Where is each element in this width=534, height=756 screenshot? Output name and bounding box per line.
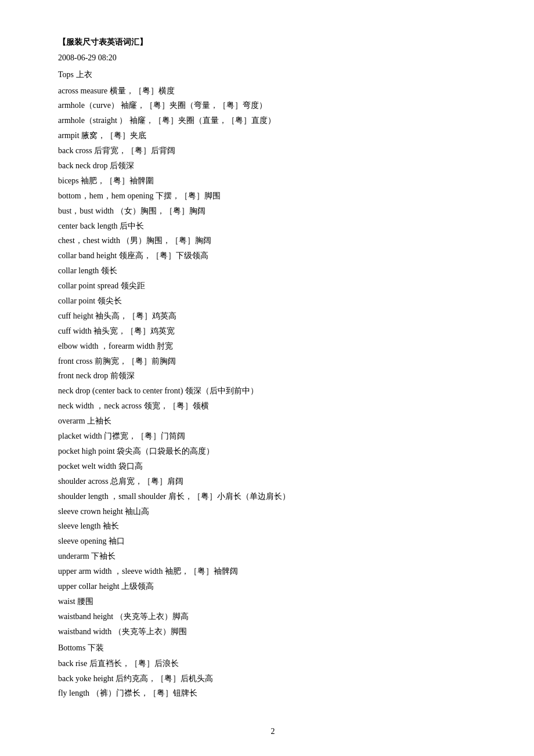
- entry-0-29: sleeve length 袖长: [58, 519, 488, 534]
- entry-0-21: neck width ，neck across 领宽，［粤］领横: [58, 399, 488, 414]
- entry-0-3: armpit 腋窝，［粤］夹底: [58, 128, 488, 143]
- document-date: 2008-06-29 08:20: [58, 50, 488, 65]
- entry-0-20: neck drop (center back to center front) …: [58, 384, 488, 399]
- entry-0-7: bottom，hem，hem opening 下摆，［粤］脚围: [58, 189, 488, 204]
- entry-0-35: waistband height （夹克等上衣）脚高: [58, 609, 488, 624]
- section-header-1: Bottoms 下装: [58, 641, 488, 655]
- entry-0-32: upper arm width ，sleeve width 袖肥，［粤］袖髀阔: [58, 564, 488, 579]
- entry-0-5: back neck drop 后领深: [58, 158, 488, 173]
- entry-0-27: shoulder length ，small shoulder 肩长，［粤］小肩…: [58, 489, 488, 504]
- entry-0-9: center back length 后中长: [58, 219, 488, 234]
- entry-0-16: cuff width 袖头宽，［粤］鸡英宽: [58, 324, 488, 339]
- entry-0-22: overarm 上袖长: [58, 414, 488, 429]
- entry-0-25: pocket welt width 袋口高: [58, 459, 488, 474]
- page-number: 2: [58, 724, 488, 739]
- entry-0-18: front cross 前胸宽，［粤］前胸阔: [58, 354, 488, 369]
- entry-1-0: back rise 后直裆长，［粤］后浪长: [58, 656, 488, 671]
- entry-0-0: across measure 横量，［粤］横度: [58, 84, 488, 99]
- entry-0-28: sleeve crown height 袖山高: [58, 504, 488, 519]
- entry-0-4: back cross 后背宽，［粤］后背阔: [58, 143, 488, 158]
- entry-0-17: elbow width ，forearm width 肘宽: [58, 339, 488, 354]
- section-header-0: Tops 上衣: [58, 67, 488, 82]
- entry-0-11: collar band height 领座高，［粤］下级领高: [58, 248, 488, 263]
- entry-0-31: underarm 下袖长: [58, 549, 488, 564]
- entry-0-24: pocket high point 袋尖高（口袋最长的高度）: [58, 444, 488, 459]
- entry-0-19: front neck drop 前领深: [58, 368, 488, 384]
- document-title: 【服装尺寸表英语词汇】: [58, 35, 488, 49]
- entry-0-8: bust，bust width （女）胸围，［粤］胸阔: [58, 204, 488, 219]
- entry-1-2: fly length （裤）门襟长，［粤］钮牌长: [58, 686, 488, 701]
- entry-0-33: upper collar height 上级领高: [58, 579, 488, 594]
- entry-0-12: collar length 领长: [58, 263, 488, 278]
- entry-0-26: shoulder across 总肩宽，［粤］肩阔: [58, 474, 488, 489]
- entry-0-36: waistband width （夹克等上衣）脚围: [58, 624, 488, 639]
- entry-0-1: armhole（curve） 袖窿，［粤］夹圈（弯量，［粤］弯度）: [58, 98, 488, 113]
- entry-1-1: back yoke height 后约克高，［粤］后机头高: [58, 671, 488, 686]
- entry-0-34: waist 腰围: [58, 594, 488, 609]
- entry-0-14: collar point 领尖长: [58, 294, 488, 309]
- entry-0-6: biceps 袖肥，［粤］袖髀圍: [58, 173, 488, 189]
- entry-0-23: placket width 门襟宽，［粤］门筒阔: [58, 429, 488, 444]
- entry-0-2: armhole（straight ） 袖窿，［粤］夹圈（直量，［粤］直度）: [58, 113, 488, 128]
- entry-0-15: cuff height 袖头高，［粤］鸡英高: [58, 309, 488, 324]
- entry-0-30: sleeve opening 袖口: [58, 534, 488, 549]
- entry-0-13: collar point spread 领尖距: [58, 278, 488, 294]
- entry-0-10: chest，chest width （男）胸围，［粤］胸阔: [58, 233, 488, 248]
